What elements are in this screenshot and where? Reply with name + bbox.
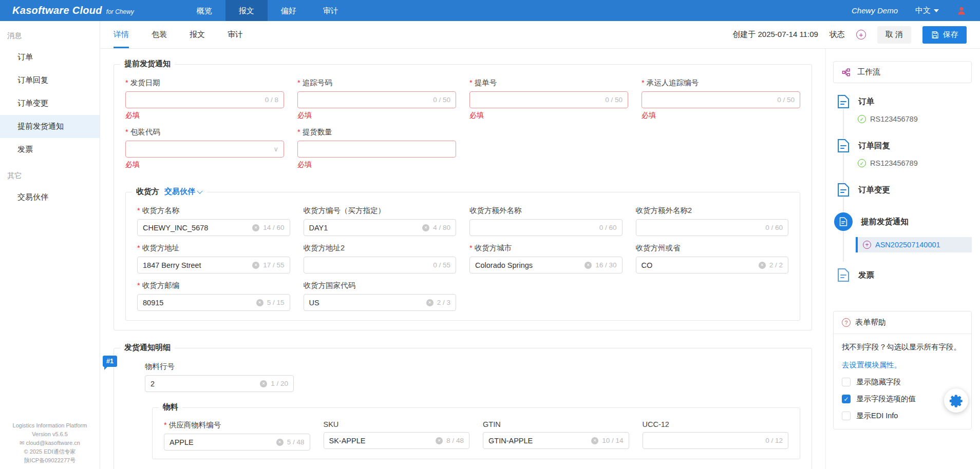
- sidebar-item-trading-partner[interactable]: 交易伙伴: [0, 186, 100, 209]
- sidebar-item-asn[interactable]: 提前发货通知: [0, 115, 100, 138]
- checkbox-show-hidden-fields[interactable]: 显示隐藏字段: [842, 377, 963, 387]
- clear-icon[interactable]: [252, 262, 259, 269]
- bol-no-counter: 0 / 50: [605, 96, 623, 104]
- ship-to-fieldset: 收货方 交易伙伴 收货方名称: [125, 192, 800, 321]
- shipto-name-input[interactable]: [143, 224, 252, 232]
- shipto-city-counter: 16 / 30: [595, 261, 616, 269]
- clear-icon[interactable]: [426, 299, 434, 306]
- shipto-state-label: 收货方州或省: [636, 243, 789, 253]
- field-shipto-city: 收货方城市 16 / 30: [469, 243, 623, 273]
- chevron-down-icon: [197, 188, 202, 193]
- gtin-input[interactable]: [488, 437, 591, 445]
- field-gtin: GTIN 10 / 14: [483, 420, 629, 451]
- shipto-code-input[interactable]: [309, 224, 423, 232]
- tracking-no-input[interactable]: [303, 96, 433, 104]
- cancel-button[interactable]: 取 消: [877, 26, 911, 44]
- ship-date-counter: 0 / 8: [265, 96, 278, 104]
- check-circle-icon: [858, 159, 866, 167]
- clear-icon[interactable]: [276, 439, 284, 446]
- field-ucc12: UCC-12 0 / 12: [643, 420, 789, 451]
- nav-item-overview[interactable]: 概览: [183, 0, 225, 21]
- document-icon: [837, 183, 850, 197]
- footer-email[interactable]: cloud@kasoftware.cn: [0, 439, 100, 447]
- workflow-item-label: 订单: [858, 96, 874, 107]
- ucc12-input[interactable]: [648, 437, 766, 445]
- nav-item-messages[interactable]: 报文: [225, 0, 268, 21]
- pickup-qty-input[interactable]: [303, 145, 450, 153]
- clear-icon[interactable]: [436, 437, 443, 444]
- checkbox-icon: [842, 378, 851, 386]
- nav-item-audit[interactable]: 审计: [310, 0, 352, 21]
- sidebar-item-order[interactable]: 订单: [0, 46, 100, 69]
- status-add-icon[interactable]: [856, 30, 866, 40]
- workflow-item-label: 订单回复: [858, 141, 890, 151]
- workflow-item-order-response: 订单回复 RS123456789: [835, 139, 972, 167]
- save-button[interactable]: 保存: [922, 26, 967, 44]
- clear-icon[interactable]: [585, 262, 592, 269]
- field-shipto-country: 收货方国家代码 2 / 3: [304, 281, 457, 311]
- ucc12-counter: 0 / 12: [765, 437, 783, 444]
- bol-no-input[interactable]: [475, 96, 605, 104]
- sku-input[interactable]: [329, 437, 436, 445]
- gear-icon: [949, 393, 964, 408]
- workflow-subitem-order-response[interactable]: RS123456789: [858, 159, 972, 167]
- clear-icon[interactable]: [252, 224, 259, 231]
- ship-date-input[interactable]: [131, 96, 265, 104]
- footer-icp[interactable]: 陕ICP备09022277号: [0, 456, 100, 465]
- tab-packing[interactable]: 包装: [152, 21, 167, 48]
- shipto-zip-label: 收货方邮编: [137, 281, 290, 290]
- workflow-subitem-order[interactable]: RS123456789: [858, 115, 972, 123]
- field-pickup-qty: 提货数量 必填: [297, 127, 456, 169]
- trading-partner-link[interactable]: 交易伙伴: [164, 187, 202, 197]
- clear-icon[interactable]: [422, 224, 429, 231]
- workflow-subitem-asn[interactable]: ASN202507140001: [856, 237, 972, 252]
- vendor-item-counter: 5 / 48: [287, 438, 305, 446]
- packaging-code-select[interactable]: ∨: [125, 141, 284, 158]
- shipto-extra-name2-input[interactable]: [642, 224, 766, 232]
- tab-message[interactable]: 报文: [190, 21, 205, 48]
- shipto-address2-input[interactable]: [309, 261, 434, 269]
- shipto-zip-input[interactable]: [143, 299, 256, 307]
- shipto-state-input[interactable]: [642, 261, 759, 269]
- shipto-country-input[interactable]: [309, 299, 426, 307]
- packaging-code-error: 必填: [125, 160, 284, 169]
- tracking-no-error: 必填: [297, 111, 456, 120]
- shipto-city-input[interactable]: [475, 261, 585, 269]
- checkbox-show-edi-info[interactable]: 显示EDI Info: [842, 411, 963, 421]
- checkbox-checked-icon: [842, 395, 851, 403]
- line-item-badge: #1: [103, 356, 117, 367]
- nav-item-preferences[interactable]: 偏好: [268, 0, 310, 21]
- tab-detail[interactable]: 详情: [114, 21, 129, 48]
- detail-toolbar: 详情 包装 报文 审计 创建于 2025-07-14 11:09 状态 取 消 …: [100, 21, 980, 49]
- line-no-input[interactable]: [150, 380, 260, 388]
- ship-to-legend: 收货方: [136, 187, 159, 197]
- sidebar-item-order-change[interactable]: 订单变更: [0, 92, 100, 115]
- workflow-item-label: 发票: [858, 270, 874, 281]
- logo-text: Kasoftware Cloud: [12, 5, 102, 16]
- clear-icon[interactable]: [256, 299, 263, 306]
- sku-counter: 8 / 48: [446, 437, 464, 444]
- shipto-extra-name-input[interactable]: [475, 224, 599, 232]
- user-avatar-icon[interactable]: [956, 6, 967, 16]
- module-settings-link[interactable]: 去设置模块属性。: [842, 360, 963, 370]
- language-switcher[interactable]: 中文: [915, 6, 939, 15]
- shipto-extra-name-label: 收货方额外名称: [469, 206, 623, 216]
- sidebar-item-invoice[interactable]: 发票: [0, 138, 100, 161]
- clear-icon[interactable]: [759, 262, 766, 269]
- workflow-item-label: 订单变更: [858, 185, 890, 196]
- plus-circle-icon: [863, 241, 871, 249]
- clear-icon[interactable]: [260, 380, 267, 387]
- check-circle-icon: [858, 115, 866, 123]
- ship-date-error: 必填: [125, 111, 284, 120]
- tab-audit[interactable]: 审计: [228, 21, 243, 48]
- carrier-pro-label: 承运人追踪编号: [642, 78, 800, 88]
- sidebar-footer: Logistics Information Platform Version v…: [0, 421, 100, 465]
- shipto-address-input[interactable]: [143, 261, 252, 269]
- sidebar-item-order-response[interactable]: 订单回复: [0, 69, 100, 92]
- carrier-pro-input[interactable]: [647, 96, 777, 104]
- workflow-item-order: 订单 RS123456789: [835, 94, 972, 123]
- pickup-qty-label: 提货数量: [297, 127, 456, 137]
- vendor-item-input[interactable]: [169, 438, 276, 446]
- settings-fab[interactable]: [944, 388, 968, 413]
- clear-icon[interactable]: [591, 437, 598, 444]
